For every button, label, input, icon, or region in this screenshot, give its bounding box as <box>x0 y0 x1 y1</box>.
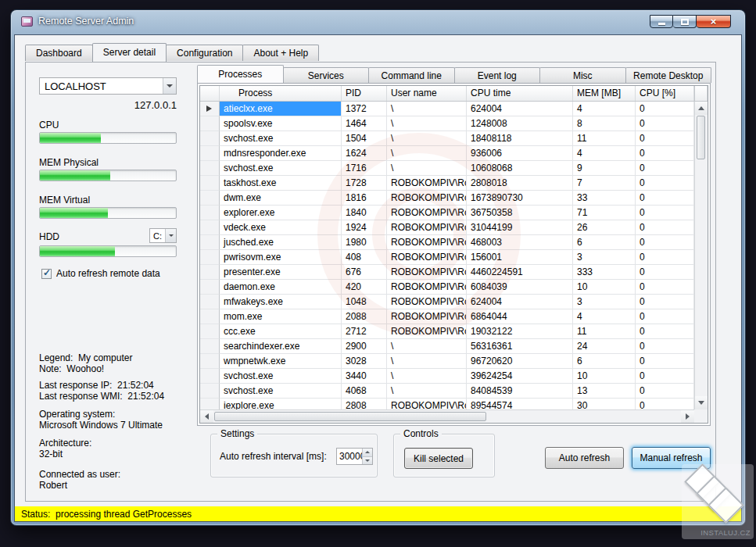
row-header-cell[interactable] <box>200 265 220 280</box>
table-row[interactable]: dwm.exe 1816 ROBOKOMPIV\Robert 167389073… <box>200 191 694 206</box>
cell-mem[interactable]: 8 <box>573 116 636 131</box>
maximize-button[interactable] <box>673 15 697 28</box>
tab-command-line[interactable]: Command line <box>368 67 455 83</box>
cell-user[interactable]: ROBOKOMPIV\Robert <box>387 235 467 250</box>
row-header-cell[interactable] <box>200 102 220 116</box>
cell-process[interactable]: wmpnetwk.exe <box>220 354 342 369</box>
cell-cpupct[interactable]: 0 <box>636 131 694 146</box>
cell-process[interactable]: explorer.exe <box>220 206 342 220</box>
table-row[interactable]: explorer.exe 1840 ROBOKOMPIV\Robert 3675… <box>200 206 694 220</box>
cell-user[interactable]: \ <box>387 161 467 176</box>
table-row[interactable]: mfwakeys.exe 1048 ROBOKOMPIV\Robert 6240… <box>200 295 694 309</box>
cell-user[interactable]: \ <box>387 339 467 354</box>
cell-process[interactable]: searchindexer.exe <box>220 339 342 354</box>
cell-mem[interactable]: 4 <box>573 309 636 324</box>
cell-user[interactable]: \ <box>387 146 467 161</box>
table-row[interactable]: searchindexer.exe 2900 \ 56316361 24 0 <box>200 339 694 354</box>
cell-process[interactable]: ccc.exe <box>220 324 342 339</box>
tab-dashboard[interactable]: Dashboard <box>25 45 93 61</box>
row-header-cell[interactable] <box>200 161 220 176</box>
spin-up-button[interactable] <box>363 449 372 456</box>
cell-cpupct[interactable]: 0 <box>636 324 694 339</box>
cell-mem[interactable]: 30 <box>573 399 636 409</box>
cell-pid[interactable]: 676 <box>342 265 387 280</box>
cell-pid[interactable]: 1372 <box>342 102 387 116</box>
row-header-cell[interactable] <box>200 220 220 235</box>
column-header-cpupct[interactable]: CPU [%] <box>636 86 694 101</box>
table-row[interactable]: atieclxx.exe 1372 \ 624004 4 0 <box>200 102 694 116</box>
row-header-cell[interactable] <box>200 369 220 384</box>
cell-pid[interactable]: 2712 <box>342 324 387 339</box>
cell-pid[interactable]: 1048 <box>342 295 387 309</box>
cell-user[interactable]: ROBOKOMPIV\Robert <box>387 265 467 280</box>
cell-mem[interactable]: 3 <box>573 250 636 265</box>
table-row[interactable]: jusched.exe 1980 ROBOKOMPIV\Robert 46800… <box>200 235 694 250</box>
column-header-user[interactable]: User name <box>387 86 467 101</box>
cell-pid[interactable]: 2900 <box>342 339 387 354</box>
cell-user[interactable]: \ <box>387 131 467 146</box>
cell-cpupct[interactable]: 0 <box>636 235 694 250</box>
auto-refresh-checkbox-row[interactable]: ✓ Auto refresh remote data <box>41 268 160 279</box>
cell-cpupct[interactable]: 0 <box>636 399 694 409</box>
column-header-process[interactable]: Process <box>220 86 342 101</box>
cell-cputime[interactable]: 2808018 <box>467 176 573 191</box>
cell-cpupct[interactable]: 0 <box>636 384 694 399</box>
table-row[interactable]: mom.exe 2088 ROBOKOMPIV\Robert 6864044 4… <box>200 309 694 324</box>
cell-process[interactable]: mom.exe <box>220 309 342 324</box>
row-header-corner[interactable] <box>200 86 220 101</box>
cell-cpupct[interactable]: 0 <box>636 280 694 295</box>
horizontal-scrollbar[interactable] <box>200 409 694 423</box>
table-row[interactable]: svchost.exe 3440 \ 39624254 10 0 <box>200 369 694 384</box>
cell-cputime[interactable]: 89544574 <box>467 399 573 409</box>
table-row[interactable]: mdnsresponder.exe 1624 \ 936006 4 0 <box>200 146 694 161</box>
cell-user[interactable]: ROBOKOMPIV\Robert <box>387 399 467 409</box>
cell-process[interactable]: mdnsresponder.exe <box>220 146 342 161</box>
row-header-cell[interactable] <box>200 309 220 324</box>
cell-user[interactable]: ROBOKOMPIV\Robert <box>387 280 467 295</box>
table-row[interactable]: vdeck.exe 1924 ROBOKOMPIV\Robert 3104419… <box>200 220 694 235</box>
auto-refresh-checkbox[interactable]: ✓ <box>41 269 52 279</box>
cell-cputime[interactable]: 6864044 <box>467 309 573 324</box>
cell-mem[interactable]: 26 <box>573 220 636 235</box>
table-row[interactable]: svchost.exe 4068 \ 84084539 13 0 <box>200 384 694 399</box>
table-row[interactable]: taskhost.exe 1728 ROBOKOMPIV\Robert 2808… <box>200 176 694 191</box>
cell-cputime[interactable]: 56316361 <box>467 339 573 354</box>
cell-mem[interactable]: 13 <box>573 384 636 399</box>
cell-mem[interactable]: 71 <box>573 206 636 220</box>
row-header-cell[interactable] <box>200 399 220 409</box>
row-header-cell[interactable] <box>200 116 220 131</box>
cell-mem[interactable]: 6 <box>573 235 636 250</box>
cell-user[interactable]: ROBOKOMPIV\Robert <box>387 309 467 324</box>
row-header-cell[interactable] <box>200 280 220 295</box>
cell-process[interactable]: daemon.exe <box>220 280 342 295</box>
cell-pid[interactable]: 2088 <box>342 309 387 324</box>
cell-user[interactable]: \ <box>387 102 467 116</box>
spin-down-button[interactable] <box>363 456 372 465</box>
cell-pid[interactable]: 408 <box>342 250 387 265</box>
cell-cpupct[interactable]: 0 <box>636 265 694 280</box>
table-row[interactable]: ccc.exe 2712 ROBOKOMPIV\Robert 19032122 … <box>200 324 694 339</box>
cell-process[interactable]: svchost.exe <box>220 161 342 176</box>
kill-selected-button[interactable]: Kill selected <box>404 448 473 469</box>
tab-services[interactable]: Services <box>283 67 370 83</box>
cell-mem[interactable]: 4 <box>573 146 636 161</box>
row-header-cell[interactable] <box>200 250 220 265</box>
row-header-cell[interactable] <box>200 146 220 161</box>
cell-cputime[interactable]: 18408118 <box>467 131 573 146</box>
cell-user[interactable]: \ <box>387 384 467 399</box>
cell-cpupct[interactable]: 0 <box>636 116 694 131</box>
cell-process[interactable]: svchost.exe <box>220 384 342 399</box>
scroll-up-button[interactable] <box>695 102 708 115</box>
cell-cputime[interactable]: 39624254 <box>467 369 573 384</box>
column-header-mem[interactable]: MEM [MB] <box>573 86 636 101</box>
cell-cpupct[interactable]: 0 <box>636 295 694 309</box>
table-row[interactable]: spoolsv.exe 1464 \ 1248008 8 0 <box>200 116 694 131</box>
column-header-cputime[interactable]: CPU time <box>467 86 573 101</box>
cell-mem[interactable]: 11 <box>573 324 636 339</box>
cell-pid[interactable]: 1504 <box>342 131 387 146</box>
close-button[interactable]: × <box>697 15 731 28</box>
auto-refresh-button[interactable]: Auto refresh <box>545 447 624 469</box>
cell-user[interactable]: ROBOKOMPIV\Robert <box>387 206 467 220</box>
cell-mem[interactable]: 10 <box>573 369 636 384</box>
scroll-left-button[interactable] <box>200 410 213 423</box>
